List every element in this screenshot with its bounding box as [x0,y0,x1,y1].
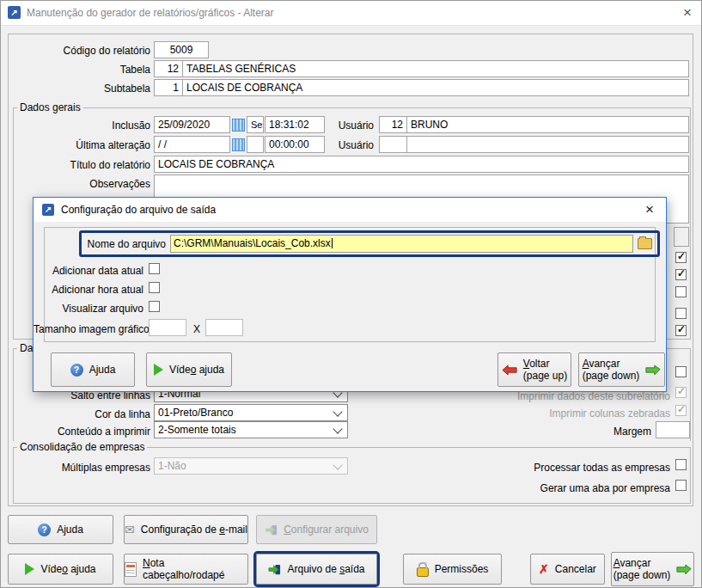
image-height-field[interactable] [205,319,243,336]
size-separator: X [192,322,202,336]
cor-combo[interactable]: 01-Preto/Branco [154,404,348,421]
inclusao-weekday-field: Sex [247,116,264,133]
conteudo-combo[interactable]: 2-Somente totais [154,421,348,438]
question-icon: ? [38,524,51,536]
advance-button[interactable]: Avançar(page down) [578,352,665,387]
processar-label: Processar todas as empresas [465,461,670,475]
inclusao-time-field[interactable]: 18:31:02 [265,116,325,133]
consolidacao-title: Consolidação de empresas [17,441,147,453]
tabela-name-field[interactable]: TABELAS GENÉRICAS [182,60,689,77]
advance-button[interactable]: Avançar(page down) [611,552,694,586]
side-checkbox-3[interactable] [675,286,687,297]
modal-title: Configuração do arquivo de saída [61,204,216,216]
alteracao-date-field[interactable]: / / [154,136,230,153]
chevron-down-icon [333,424,342,433]
titulo-label: Título do relatório [8,158,150,172]
modal-titlebar: ↗ Configuração do arquivo de saída × [34,198,666,222]
play-icon [25,563,34,575]
usuario-label: Usuário [336,119,374,132]
alteracao-label: Última alteração [8,138,150,152]
usuario-name-field[interactable]: BRUNO [406,116,689,133]
margem-label: Margem [559,425,651,438]
hidden-side-box [674,227,689,247]
tabela-label: Tabela [8,63,150,77]
output-file-button[interactable]: Arquivo de saída [256,554,377,585]
add-date-label: Adicionar data atual [34,264,143,278]
chevron-down-icon [333,460,342,469]
consolidacao-group: Consolidação de empresas [13,447,691,504]
dados-gerais-title: Dados gerais [17,101,83,113]
cor-label: Cor da linha [8,407,150,421]
arrow-left-icon [502,364,517,376]
multiplas-label: Múltiplas empresas [8,461,150,475]
folder-icon[interactable] [638,238,652,249]
output-config-dialog: ↗ Configuração do arquivo de saída × Nom… [33,197,667,392]
image-width-field[interactable] [149,319,186,336]
cancel-button[interactable]: ✗ Cancelar [530,554,605,585]
filename-label: Nome do arquivo [85,237,166,251]
aba-label: Gerar uma aba por empresa [465,481,670,495]
cancel-x-icon: ✗ [539,562,549,576]
document-icon [125,562,137,577]
titulo-field[interactable]: LOCAIS DE COBRANÇA [154,156,689,173]
margem-field[interactable] [656,421,690,438]
file-config-icon [265,524,278,536]
question-icon: ? [70,364,83,377]
multiplas-combo: 1-Não [154,457,348,475]
close-icon[interactable]: × [639,200,660,219]
processar-checkbox[interactable] [675,459,687,470]
close-icon[interactable]: × [677,3,698,22]
subrelatorio-checkbox [675,387,687,398]
subtabela-code-field[interactable]: 1 [154,79,183,96]
envelope-icon: ✉ [125,523,135,536]
calendar-icon[interactable] [232,119,245,132]
observacoes-label: Observações [8,177,150,191]
alteracao-time-field[interactable]: 00:00:00 [265,136,325,153]
add-time-checkbox[interactable] [149,282,160,293]
zebradas-checkbox [675,405,687,416]
side-checkbox-5[interactable] [675,325,687,336]
filename-field[interactable]: C:\GRM\Manuais\Locais_Cob.xlsx [170,235,633,253]
subtabela-name-field[interactable]: LOCAIS DE COBRANÇA [182,79,689,96]
inclusao-label: Inclusão [8,119,150,132]
play-icon [154,364,163,376]
permissions-button[interactable]: Permissões [403,554,502,585]
add-time-label: Adicionar hora atual [34,283,143,297]
conteudo-label: Conteúdo a imprimir [8,425,150,438]
aba-checkbox[interactable] [675,480,687,491]
tabela-code-field[interactable]: 12 [154,60,183,77]
back-button[interactable]: Voltar(page up) [498,352,571,387]
usuario-code-field[interactable]: 12 [379,116,407,133]
chevron-down-icon [333,407,342,416]
usuario2-label: Usuário [336,138,374,152]
help-button[interactable]: ? Ajuda [51,352,135,387]
main-window: ↗ Manutenção do gerador de relatórios/gr… [0,0,702,588]
side-checkbox-2[interactable] [675,269,687,280]
side-checkbox-4[interactable] [675,308,687,319]
calendar-icon[interactable] [232,138,245,151]
file-output-icon [268,563,281,576]
inclusao-date-field[interactable]: 25/09/2020 [154,116,230,133]
codigo-field[interactable]: 5009 [154,41,209,58]
email-config-button[interactable]: ✉ Configuração de e-mail [124,515,248,544]
zebradas-label: Imprimir colunas zebradas [482,407,670,420]
usuario2-name-field[interactable] [406,136,689,153]
lock-icon [417,567,429,577]
alteracao-weekday-field [247,136,264,153]
usuario2-code-field[interactable] [379,136,407,153]
codigo-label: Código do relatório [8,44,150,58]
video-help-button[interactable]: Vídeo ajuda [146,352,232,387]
arrow-right-icon [645,364,661,376]
view-file-label: Visualizar arquivo [34,302,143,315]
configure-file-button: Configurar arquivo [256,515,377,544]
header-footer-note-button[interactable]: Nota cabeçalho/rodapé [124,554,248,585]
add-date-checkbox[interactable] [149,263,160,274]
side-checkbox-1[interactable] [675,252,687,263]
filename-focus-frame: Nome do arquivo C:\GRM\Manuais\Locais_Co… [79,230,660,257]
help-button[interactable]: ? Ajuda [8,515,113,544]
view-file-checkbox[interactable] [149,301,160,312]
image-size-label: Tamanho imagem gráfico [34,322,143,336]
video-help-button[interactable]: Vídeo ajuda [8,554,113,585]
arrow-right-icon [676,564,692,575]
main-titlebar: ↗ Manutenção do gerador de relatórios/gr… [1,1,701,26]
